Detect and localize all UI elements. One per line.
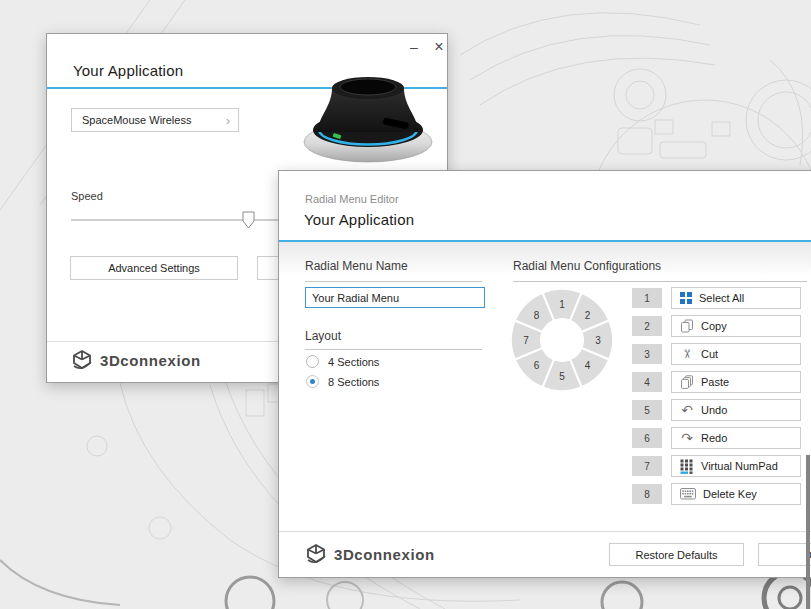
editor-title: Your Application <box>304 211 414 228</box>
window-title: Your Application <box>73 62 183 79</box>
brand-logo: 3Dconnexion <box>305 543 435 565</box>
slot-action-cut[interactable]: ✂ Cut <box>671 343 801 365</box>
slot-number-7: 7 <box>632 456 662 476</box>
speed-slider-thumb[interactable] <box>242 211 255 229</box>
undo-icon: ↶ <box>680 403 694 417</box>
wheel-number: 4 <box>585 360 591 371</box>
slot-action-label: Redo <box>701 432 727 444</box>
select-all-icon <box>680 292 692 304</box>
section-divider <box>305 281 482 282</box>
slot-action-label: Undo <box>701 404 727 416</box>
slot-action-label: Cut <box>701 348 718 360</box>
slot-action-virtual-numpad[interactable]: Virtual NumPad <box>671 455 801 477</box>
slot-number-3: 3 <box>632 344 662 364</box>
numpad-icon <box>680 459 694 474</box>
wheel-number: 1 <box>559 299 565 310</box>
radial-wheel[interactable]: 1 2 3 4 5 6 7 8 <box>507 285 617 395</box>
vertical-scrollbar[interactable] <box>806 455 810 609</box>
close-button[interactable]: Close <box>758 543 811 566</box>
slot-number-4: 4 <box>632 372 662 392</box>
paste-icon <box>680 375 694 389</box>
layout-option-8-sections[interactable]: 8 Sections <box>306 375 379 388</box>
config-section-label: Radial Menu Configurations <box>513 259 661 273</box>
slot-action-delete-key[interactable]: Delete Key <box>671 483 801 505</box>
radio-label: 4 Sections <box>328 356 379 368</box>
spacemouse-image <box>295 72 441 164</box>
name-section-label: Radial Menu Name <box>305 259 408 273</box>
radial-menu-name-input[interactable] <box>305 287 485 308</box>
section-divider <box>513 281 807 282</box>
brand-logo: 3Dconnexion <box>71 349 201 371</box>
wheel-number: 8 <box>534 310 540 321</box>
slot-action-label: Delete Key <box>703 488 757 500</box>
radio-off-icon[interactable] <box>306 355 319 368</box>
advanced-settings-button[interactable]: Advanced Settings <box>70 256 238 280</box>
wheel-number: 7 <box>523 335 529 346</box>
slot-action-select-all[interactable]: Select All <box>671 287 801 309</box>
radio-on-icon[interactable] <box>306 375 319 388</box>
restore-defaults-label: Restore Defaults <box>636 549 718 561</box>
slot-action-paste[interactable]: Paste <box>671 371 801 393</box>
scissors-icon: ✂ <box>681 347 693 361</box>
3dconnexion-logo-icon <box>305 543 327 565</box>
slot-action-redo[interactable]: ↷ Redo <box>671 427 801 449</box>
keyboard-icon <box>680 488 696 500</box>
close-icon[interactable]: × <box>431 38 447 56</box>
slot-action-label: Copy <box>701 320 727 332</box>
redo-icon: ↷ <box>680 431 694 445</box>
slot-action-copy[interactable]: Copy <box>671 315 801 337</box>
wheel-number: 6 <box>534 360 540 371</box>
device-selector-label: SpaceMouse Wireless <box>82 114 191 126</box>
slot-action-label: Select All <box>699 292 744 304</box>
wheel-number: 3 <box>595 335 601 346</box>
minimize-icon[interactable]: – <box>406 38 422 56</box>
wheel-number: 5 <box>559 371 565 382</box>
editor-subtitle: Radial Menu Editor <box>305 193 399 205</box>
slot-number-6: 6 <box>632 428 662 448</box>
wheel-number: 2 <box>585 310 591 321</box>
slot-number-5: 5 <box>632 400 662 420</box>
slot-number-8: 8 <box>632 484 662 504</box>
radio-label: 8 Sections <box>328 376 379 388</box>
brand-name: 3Dconnexion <box>100 352 201 369</box>
desktop: – × Your Application SpaceMous <box>0 0 811 609</box>
slot-number-1: 1 <box>632 288 662 308</box>
brand-name: 3Dconnexion <box>334 546 435 563</box>
slot-number-2: 2 <box>632 316 662 336</box>
copy-icon <box>680 319 694 333</box>
device-selector-button[interactable]: SpaceMouse Wireless › <box>71 108 239 132</box>
speed-label: Speed <box>71 190 103 202</box>
layout-option-4-sections[interactable]: 4 Sections <box>306 355 379 368</box>
radial-menu-editor-window: Radial Menu Editor Your Application Radi… <box>278 170 811 578</box>
advanced-settings-label: Advanced Settings <box>108 262 200 274</box>
chevron-right-icon: › <box>226 113 230 128</box>
slot-action-label: Virtual NumPad <box>701 460 778 472</box>
restore-defaults-button[interactable]: Restore Defaults <box>609 543 744 566</box>
3dconnexion-logo-icon <box>71 349 93 371</box>
editor-footer: 3Dconnexion Restore Defaults Close <box>279 531 811 577</box>
section-divider <box>305 349 482 350</box>
layout-section-label: Layout <box>305 329 341 343</box>
slot-action-label: Paste <box>701 376 729 388</box>
slot-action-undo[interactable]: ↶ Undo <box>671 399 801 421</box>
